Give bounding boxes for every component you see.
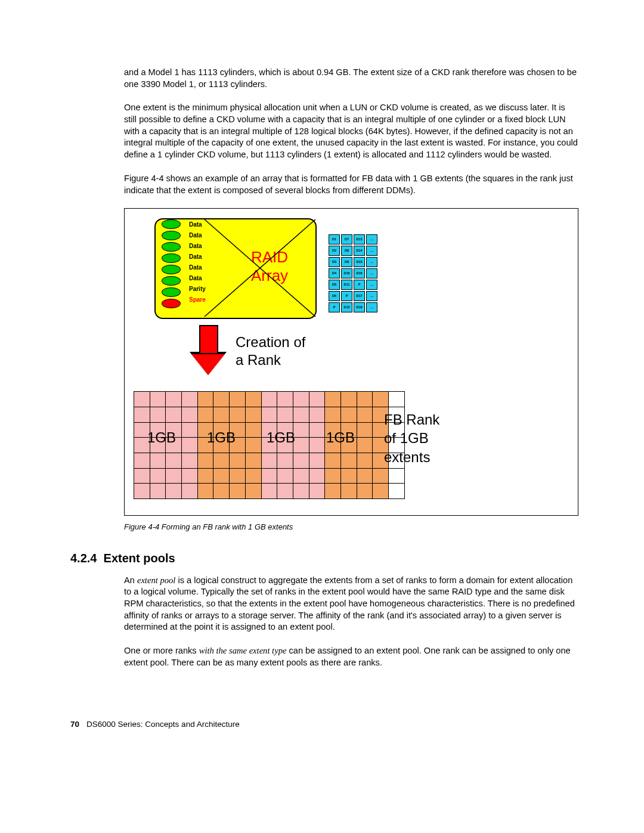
creation-of-rank-label: Creation ofa Rank (236, 333, 305, 369)
disk-icon (162, 276, 181, 286)
disk-icon (162, 219, 181, 229)
extent-size-label: 1GB (147, 428, 176, 447)
disk-label: Data (189, 264, 202, 272)
disk-label: Data (189, 253, 202, 261)
disk-icon (162, 242, 181, 252)
paragraph-4: An extent pool is a logical construct to… (124, 575, 578, 633)
section-number: 4.2.4 (70, 552, 97, 565)
array-mapping-grid: D1D7D13...D2D8D14...D3D9D15...D4D10D16..… (327, 233, 379, 314)
page-footer: 70DS6000 Series: Concepts and Architectu… (70, 719, 578, 730)
disk-label: Data (189, 242, 202, 250)
extent-size-label: 1GB (326, 428, 355, 447)
figure-caption: Figure 4-4 Forming an FB rank with 1 GB … (124, 522, 578, 532)
disk-label: Data (189, 221, 202, 229)
arrow-down-icon (191, 325, 225, 375)
disk-label: Parity (189, 285, 206, 293)
disk-stack: Data Data Data Data Data Data Parity Spa… (162, 219, 181, 310)
page-number: 70 (70, 720, 79, 729)
raid-label-1: RAID (251, 248, 288, 266)
disk-label: Data (189, 274, 202, 283)
disk-icon (162, 231, 181, 240)
section-heading: 4.2.4 Extent pools (70, 550, 578, 566)
fb-rank-label: FB Rankof 1GBextents (384, 410, 439, 466)
disk-icon (162, 253, 181, 263)
book-title: DS6000 Series: Concepts and Architecture (86, 720, 240, 729)
disk-label: Spare (189, 296, 206, 304)
disk-label: Data (189, 231, 202, 240)
disk-icon (162, 287, 181, 297)
figure-4-4: RAID Array Data Data Data (124, 208, 578, 516)
disk-icon (162, 299, 181, 308)
paragraph-3: Figure 4-4 shows an example of an array … (124, 173, 578, 196)
paragraph-2: One extent is the minimum physical alloc… (124, 102, 578, 160)
disk-icon (162, 265, 181, 274)
raid-label-2: Array (251, 267, 288, 284)
extent-size-label: 1GB (207, 428, 236, 447)
extent-size-label: 1GB (267, 428, 295, 447)
paragraph-1: and a Model 1 has 1113 cylinders, which … (124, 67, 578, 90)
section-title: Extent pools (104, 552, 175, 565)
raid-array-box: RAID Array Data Data Data (154, 218, 317, 319)
paragraph-5: One or more ranks with the same extent t… (124, 645, 578, 668)
